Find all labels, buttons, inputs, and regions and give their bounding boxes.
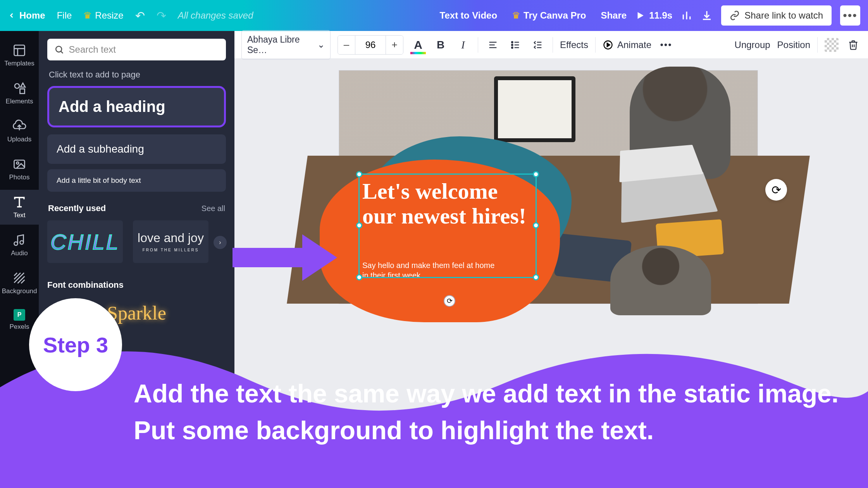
templates-icon	[12, 43, 26, 57]
rotate-handle[interactable]: ⟳	[444, 295, 455, 307]
font-size-decrease[interactable]: –	[338, 36, 355, 54]
panel-hint: Click text to add to page	[49, 70, 224, 80]
toolbar-separator	[817, 37, 818, 53]
redo-button[interactable]: ↷	[157, 9, 166, 22]
duration-label: 11.9s	[649, 10, 672, 21]
align-button[interactable]	[485, 37, 501, 53]
resize-handle-mr[interactable]	[533, 222, 539, 229]
download-icon[interactable]	[701, 10, 713, 21]
pexels-icon: P	[14, 309, 25, 321]
font-size-value[interactable]: 96	[355, 36, 386, 54]
text-color-button[interactable]: A	[410, 37, 426, 53]
rail-photos[interactable]: Photos	[0, 152, 39, 187]
add-subheading-button[interactable]: Add a subheading	[47, 134, 226, 164]
home-button[interactable]: Home	[8, 10, 45, 21]
file-menu[interactable]: File	[57, 10, 72, 21]
lovejoy-main: love and joy	[138, 231, 204, 245]
home-label: Home	[19, 10, 45, 21]
search-text-input-wrap[interactable]	[47, 39, 226, 60]
rail-elements[interactable]: Elements	[0, 76, 39, 111]
resize-handle-bl[interactable]	[356, 274, 362, 280]
svg-marker-0	[638, 12, 644, 19]
try-pro-button[interactable]: ♛ Try Canva Pro	[506, 7, 592, 24]
rail-audio[interactable]: Audio	[0, 228, 39, 263]
photo-monitor	[494, 76, 575, 142]
top-bar: Home File ♛ Resize ↶ ↷ All changes saved…	[0, 0, 868, 31]
rail-audio-label: Audio	[11, 249, 28, 257]
svg-line-18	[14, 273, 17, 276]
animate-button[interactable]: Animate	[603, 40, 651, 50]
svg-marker-39	[607, 43, 610, 46]
recent-row: CHILL love and joy FROM THE MILLERS ›	[47, 220, 226, 263]
share-link-label: Share link to watch	[744, 10, 823, 21]
svg-point-30	[512, 47, 513, 48]
italic-button[interactable]: I	[455, 37, 471, 53]
elements-icon	[12, 81, 26, 95]
more-menu-button[interactable]: •••	[840, 5, 860, 26]
text-toolbar: Abhaya Libre Se… ⌄ – 96 + A B I Effects	[234, 31, 868, 59]
rail-uploads[interactable]: Uploads	[0, 114, 39, 149]
resize-handle-tr[interactable]	[533, 171, 539, 177]
share-link-button[interactable]: Share link to watch	[721, 5, 832, 26]
selection-box[interactable]	[358, 174, 537, 278]
audio-icon	[12, 233, 26, 247]
add-body-text-button[interactable]: Add a little bit of body text	[47, 169, 226, 192]
add-heading-button[interactable]: Add a heading	[47, 86, 226, 127]
text-to-video-button[interactable]: Text to Video	[440, 10, 497, 21]
svg-rect-12	[14, 160, 25, 168]
rail-elements-label: Elements	[6, 98, 33, 105]
recent-thumb-1[interactable]: CHILL	[47, 220, 123, 263]
search-icon	[54, 44, 64, 55]
recent-next-button[interactable]: ›	[214, 236, 227, 249]
transparency-button[interactable]	[825, 38, 839, 52]
undo-button[interactable]: ↶	[135, 9, 145, 22]
font-family-label: Abhaya Libre Se…	[247, 34, 306, 55]
font-size-group: – 96 +	[338, 35, 403, 55]
design-canvas[interactable]: Let's welcome our newest hires! Say hell…	[339, 70, 758, 304]
bold-button[interactable]: B	[433, 37, 448, 53]
more-toolbar-button[interactable]: •••	[658, 37, 674, 53]
regenerate-button[interactable]: ⟳	[765, 179, 787, 201]
ungroup-button[interactable]: Ungroup	[735, 40, 770, 50]
share-button[interactable]: Share	[601, 10, 627, 21]
position-button[interactable]: Position	[777, 40, 810, 50]
resize-handle-ml[interactable]	[356, 222, 362, 229]
photo-person-bottom	[610, 246, 711, 315]
save-status: All changes saved	[178, 10, 253, 21]
see-all-link[interactable]: See all	[202, 204, 225, 213]
svg-point-16	[14, 242, 18, 246]
svg-point-23	[56, 46, 62, 52]
resize-label: Resize	[95, 10, 123, 21]
search-text-input[interactable]	[69, 44, 219, 55]
tutorial-callout: Step 3 Add the text the same way we add …	[0, 337, 868, 488]
chevron-down-icon: ⌄	[317, 40, 325, 50]
list-button[interactable]	[508, 37, 523, 53]
resize-handle-tl[interactable]	[356, 171, 362, 177]
play-preview-button[interactable]: 11.9s	[635, 10, 672, 21]
recent-thumb-2[interactable]: love and joy FROM THE MILLERS	[133, 220, 208, 263]
spacing-icon	[532, 40, 543, 50]
trash-icon	[848, 40, 859, 50]
rail-text[interactable]: Text	[0, 190, 39, 225]
rail-background-label: Background	[2, 287, 37, 295]
spacing-button[interactable]	[530, 37, 546, 53]
delete-button[interactable]	[846, 37, 861, 53]
font-size-increase[interactable]: +	[386, 36, 403, 54]
svg-line-19	[14, 273, 21, 280]
crown-icon: ♛	[83, 10, 92, 21]
rail-background[interactable]: Background	[0, 266, 39, 301]
svg-point-29	[512, 44, 513, 46]
svg-line-22	[21, 280, 25, 284]
rail-templates[interactable]: Templates	[0, 38, 39, 73]
font-family-select[interactable]: Abhaya Libre Se… ⌄	[241, 30, 331, 60]
text-style-lovejoy: love and joy FROM THE MILLERS	[138, 231, 204, 252]
link-icon	[730, 10, 740, 21]
recent-title: Recently used	[48, 203, 106, 213]
topbar-left: Home File ♛ Resize ↶ ↷ All changes saved	[8, 9, 253, 22]
effects-button[interactable]: Effects	[560, 40, 588, 50]
analytics-icon[interactable]	[681, 10, 692, 21]
resize-handle-br[interactable]	[533, 274, 539, 280]
background-icon	[12, 271, 26, 285]
step-badge: Step 3	[29, 298, 122, 391]
resize-button[interactable]: ♛ Resize	[83, 10, 123, 21]
